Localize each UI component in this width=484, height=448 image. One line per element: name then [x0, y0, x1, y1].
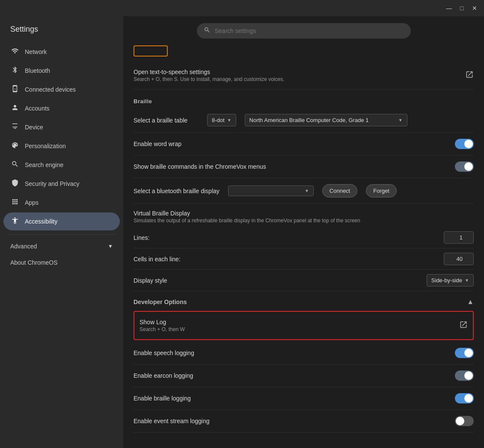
devices-icon	[10, 85, 20, 94]
show-braille-commands-label: Show braille commands in the ChromeVox m…	[134, 163, 450, 170]
main-container: Settings Network Bluetooth Connected dev…	[0, 16, 484, 448]
forget-button[interactable]: Forget	[366, 184, 397, 197]
enable-word-wrap-toggle[interactable]	[455, 139, 474, 149]
event-stream-logging-thumb	[456, 417, 464, 425]
event-stream-logging-track[interactable]	[455, 416, 474, 426]
vbd-cells-row: Cells in each line:	[134, 248, 474, 270]
search-bar-container	[123, 16, 484, 45]
sidebar-item-connected-devices[interactable]: Connected devices	[3, 81, 120, 99]
personalization-icon	[10, 141, 20, 151]
earcon-logging-track[interactable]	[455, 370, 474, 381]
earcon-logging-toggle[interactable]	[455, 370, 474, 381]
bluetooth-braille-row: Select a bluetooth braille display ▼ Con…	[134, 178, 474, 204]
account-icon	[10, 104, 20, 113]
content-area: Open text-to-speech settings Search + O,…	[123, 16, 484, 448]
bluetooth-braille-select[interactable]: ▼	[228, 185, 314, 196]
advanced-label: Advanced	[10, 243, 103, 250]
sidebar-item-device-label: Device	[25, 124, 113, 131]
display-style-select[interactable]: Side-by-side ▼	[427, 274, 474, 287]
titlebar: — □ ✕	[0, 0, 484, 16]
sidebar-item-accessibility[interactable]: Accessibility	[3, 212, 120, 230]
developer-options-header[interactable]: Developer Options ▲	[134, 291, 474, 309]
earcon-logging-row: Enable earcon logging	[134, 364, 474, 387]
connect-button[interactable]: Connect	[322, 184, 357, 197]
vbd-lines-row: Lines:	[134, 227, 474, 248]
show-braille-commands-track[interactable]	[455, 161, 474, 172]
show-log-info: Show Log Search + O, then W	[140, 319, 459, 332]
orange-highlight-box	[134, 45, 168, 57]
event-stream-logging-row: Enable event stream logging	[134, 410, 474, 433]
sidebar-item-search-engine-label: Search engine	[25, 161, 113, 168]
app-title: Settings	[0, 21, 123, 42]
earcon-logging-thumb	[464, 371, 473, 380]
wifi-icon	[10, 47, 20, 57]
enable-word-wrap-row: Enable word wrap	[134, 133, 474, 155]
speech-logging-track[interactable]	[455, 348, 474, 358]
sidebar-item-apps[interactable]: Apps	[3, 194, 120, 212]
speech-logging-row: Enable speech logging	[134, 342, 474, 364]
braille-logging-label: Enable braille logging	[134, 395, 450, 402]
sidebar-item-bluetooth-label: Bluetooth	[25, 67, 113, 74]
display-style-value: Side-by-side	[431, 277, 462, 284]
show-log-highlighted-row: Show Log Search + O, then W	[134, 311, 474, 340]
speech-logging-label: Enable speech logging	[134, 349, 450, 356]
sidebar-item-security-privacy[interactable]: Security and Privacy	[3, 175, 120, 193]
show-braille-commands-row: Show braille commands in the ChromeVox m…	[134, 155, 474, 178]
tts-external-link-icon[interactable]	[465, 70, 474, 81]
sidebar-item-accessibility-label: Accessibility	[25, 218, 113, 225]
settings-content: Open text-to-speech settings Search + O,…	[123, 45, 484, 448]
enable-word-wrap-thumb	[464, 140, 473, 148]
event-stream-logging-toggle[interactable]	[455, 416, 474, 426]
braille-table-row: Select a braille table 8-dot ▼ North Ame…	[134, 108, 474, 133]
braille-logging-thumb	[464, 394, 473, 403]
speech-logging-toggle[interactable]	[455, 348, 474, 358]
braille-section-header: Braille	[134, 90, 474, 108]
minimize-button[interactable]: —	[443, 2, 455, 14]
braille-logging-toggle[interactable]	[455, 393, 474, 403]
sidebar-item-connected-devices-label: Connected devices	[25, 86, 113, 93]
advanced-chevron-icon: ▼	[108, 243, 113, 249]
event-stream-logging-label: Enable event stream logging	[134, 418, 450, 424]
bluetooth-select-caret-icon: ▼	[305, 188, 309, 193]
vbd-cells-label: Cells in each line:	[134, 256, 444, 263]
sidebar-item-advanced[interactable]: Advanced ▼	[3, 239, 120, 254]
sidebar-item-search-engine[interactable]: Search engine	[3, 156, 120, 174]
vbd-cells-input[interactable]	[444, 253, 474, 265]
vbd-lines-label: Lines:	[134, 234, 444, 241]
show-log-external-link-icon[interactable]	[459, 320, 468, 331]
dot-select[interactable]: 8-dot ▼	[207, 114, 236, 126]
show-braille-commands-toggle[interactable]	[455, 161, 474, 172]
code-select[interactable]: North American Braille Computer Code, Gr…	[245, 114, 407, 126]
tts-title: Open text-to-speech settings	[134, 69, 465, 75]
search-icon	[204, 27, 211, 35]
sidebar-item-network-label: Network	[25, 48, 113, 55]
accessibility-icon	[10, 217, 20, 226]
braille-table-label: Select a braille table	[134, 117, 202, 124]
sidebar-item-device[interactable]: Device	[3, 118, 120, 136]
enable-word-wrap-track[interactable]	[455, 139, 474, 149]
sidebar-item-about[interactable]: About ChromeOS	[3, 255, 120, 270]
virtual-braille-desc: Simulates the output of a refreshable br…	[134, 218, 474, 227]
sidebar-item-accounts[interactable]: Accounts	[3, 99, 120, 117]
show-log-row: Show Log Search + O, then W	[134, 317, 473, 334]
developer-options-chevron-icon: ▲	[467, 298, 474, 306]
tts-info: Open text-to-speech settings Search + O,…	[134, 69, 465, 82]
search-input[interactable]	[215, 27, 404, 34]
bluetooth-icon	[10, 66, 20, 75]
sidebar: Settings Network Bluetooth Connected dev…	[0, 16, 123, 448]
maximize-button[interactable]: □	[456, 2, 468, 14]
vbd-display-style-label: Display style	[134, 277, 427, 284]
braille-logging-track[interactable]	[455, 393, 474, 403]
search-icon	[10, 160, 20, 170]
sidebar-item-accounts-label: Accounts	[25, 105, 113, 112]
sidebar-item-bluetooth[interactable]: Bluetooth	[3, 62, 120, 80]
developer-options-title: Developer Options	[134, 299, 467, 305]
sidebar-item-personalization[interactable]: Personalization	[3, 137, 120, 155]
show-log-desc: Search + O, then W	[140, 326, 459, 332]
earcon-logging-label: Enable earcon logging	[134, 372, 450, 379]
braille-logging-row: Enable braille logging	[134, 387, 474, 410]
sidebar-item-network[interactable]: Network	[3, 43, 120, 61]
sidebar-item-security-label: Security and Privacy	[25, 180, 113, 187]
vbd-lines-input[interactable]	[444, 231, 474, 244]
close-button[interactable]: ✕	[469, 2, 481, 14]
